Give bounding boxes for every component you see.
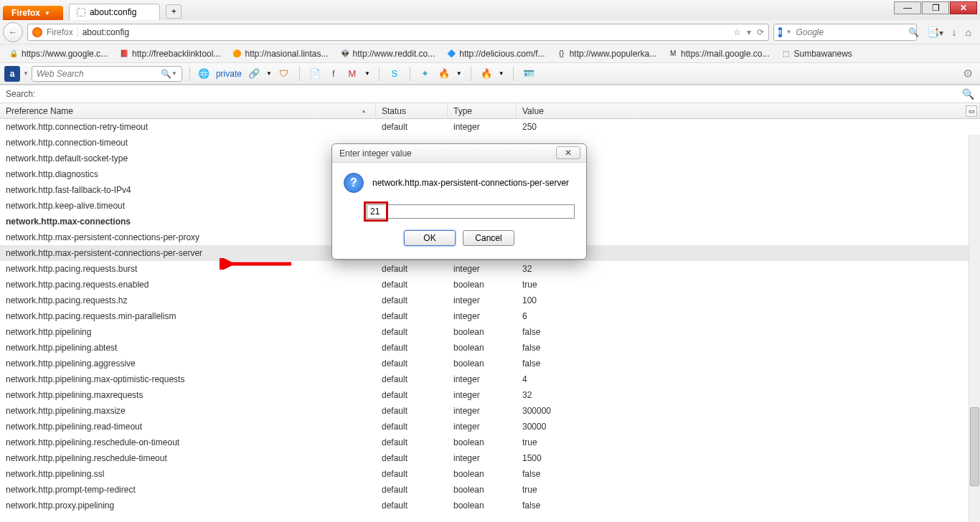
pref-row[interactable]: network.http.pipelining.ssldefaultboolea… — [0, 466, 980, 482]
back-button[interactable]: ← — [3, 22, 23, 42]
pref-row[interactable]: network.http.pipelining.max-optimistic-r… — [0, 371, 980, 387]
ask-icon: a — [10, 69, 15, 79]
pref-row[interactable]: network.http.prompt-temp-redirectdefault… — [0, 482, 980, 498]
chevron-down-icon[interactable]: ▼ — [456, 70, 462, 77]
flame-icon[interactable]: 🔥 — [438, 67, 451, 80]
bookmark-item[interactable]: ⬚Sumbawanews — [776, 47, 856, 61]
pref-status: default — [376, 500, 448, 511]
pref-row[interactable]: network.http.connection-retry-timeoutdef… — [0, 119, 980, 135]
pref-row[interactable]: network.http.proxy.pipeliningdefaultbool… — [0, 498, 980, 513]
bookmarks-menu-button[interactable]: 📑▾ — [927, 27, 943, 38]
url-bar[interactable]: Firefox about:config ☆ ▾ ⟳ — [27, 24, 769, 41]
close-window-button[interactable]: ✕ — [950, 1, 977, 14]
pref-row[interactable]: network.http.pipelining.maxsizedefaultin… — [0, 403, 980, 419]
search-engine-icon[interactable]: 8 — [778, 27, 782, 37]
pref-search-input[interactable] — [39, 87, 958, 100]
bookmark-item[interactable]: 👽http://www.reddit.co... — [336, 47, 440, 61]
bookmark-item[interactable]: 🔒https://www.google.c... — [4, 47, 112, 61]
pref-type: boolean — [448, 359, 517, 369]
search-engine-dropdown-icon[interactable]: ▼ — [786, 29, 792, 35]
search-box[interactable]: 8 ▼ 🔍 — [773, 24, 917, 41]
downloads-button[interactable]: ↓ — [952, 27, 957, 38]
chevron-down-icon[interactable]: ▼ — [266, 70, 272, 77]
pref-type: boolean — [448, 500, 517, 511]
web-search-input[interactable] — [37, 69, 161, 79]
pref-row[interactable]: network.http.pipeliningdefaultbooleanfal… — [0, 324, 980, 340]
close-icon: ✕ — [960, 3, 967, 13]
pref-name: network.http.pacing.requests.burst — [0, 264, 376, 274]
favicon-icon: 🟠 — [232, 49, 242, 59]
pref-row[interactable]: network.http.pipelining.reschedule-timeo… — [0, 450, 980, 466]
cancel-button[interactable]: Cancel — [463, 230, 514, 246]
chevron-down-icon[interactable]: ▼ — [23, 70, 29, 77]
gear-icon[interactable]: ⚙ — [963, 67, 973, 80]
chevron-down-icon[interactable]: ▼ — [171, 70, 177, 77]
sparkle-icon[interactable]: ✦ — [419, 67, 432, 80]
column-picker-button[interactable]: ▭ — [966, 105, 977, 117]
pref-row[interactable]: network.http.pipelining.maxrequestsdefau… — [0, 387, 980, 403]
new-tab-button[interactable]: + — [166, 4, 182, 19]
bookmark-item[interactable]: Mhttps://mail.google.co... — [664, 47, 773, 61]
favicon-icon: ⬚ — [781, 49, 791, 59]
shield-icon[interactable]: 🛡 — [278, 67, 291, 80]
col-header-type[interactable]: Type — [448, 103, 517, 118]
mail-icon[interactable]: M — [346, 67, 359, 80]
globe-icon[interactable]: 🌐 — [197, 67, 210, 80]
pref-row[interactable]: network.http.pacing.requests.enableddefa… — [0, 277, 980, 293]
skype-icon[interactable]: S — [388, 67, 401, 80]
pref-row[interactable]: network.http.pacing.requests.hzdefaultin… — [0, 293, 980, 308]
facebook-icon[interactable]: f — [327, 67, 340, 80]
pref-row[interactable]: network.http.pipelining.abtestdefaultboo… — [0, 340, 980, 356]
bookmark-item[interactable]: 🟠http://nasional.lintas... — [227, 47, 332, 61]
reload-icon[interactable]: ⟳ — [757, 27, 764, 37]
ask-button[interactable]: a — [4, 66, 20, 82]
bookmark-star-icon[interactable]: ☆ — [733, 27, 741, 37]
tab-about-config[interactable]: about:config — [69, 4, 160, 20]
page-icon[interactable]: 📄 — [308, 67, 321, 80]
card-icon[interactable]: 🪪 — [522, 67, 535, 80]
plus-icon: + — [171, 6, 176, 16]
minimize-button[interactable]: — — [894, 1, 921, 14]
firefox-menu-button[interactable]: Firefox ▼ — [3, 6, 63, 20]
nav-icons: 📑▾ ↓ ⌂ — [921, 27, 977, 38]
pref-name: network.http.pipelining.max-optimistic-r… — [0, 374, 376, 384]
pref-row[interactable]: network.http.pacing.requests.burstdefaul… — [0, 261, 980, 277]
bookmark-item[interactable]: {}http://www.populerka... — [552, 47, 661, 61]
pref-row[interactable]: network.http.pipelining.read-timeoutdefa… — [0, 419, 980, 435]
web-search-field[interactable]: 🔍 ▼ — [32, 66, 182, 82]
integer-input[interactable] — [367, 204, 385, 219]
vertical-scrollbar[interactable] — [969, 135, 980, 522]
chevron-down-icon[interactable]: ▼ — [499, 70, 504, 77]
ok-button[interactable]: OK — [404, 230, 456, 246]
favicon-icon: M — [668, 49, 678, 59]
pref-row[interactable]: network.http.pacing.requests.min-paralle… — [0, 308, 980, 324]
favicon-icon: 🔒 — [9, 49, 19, 59]
pref-name: network.http.fast-fallback-to-IPv4 — [0, 185, 376, 195]
home-button[interactable]: ⌂ — [966, 27, 971, 38]
col-header-status[interactable]: Status — [376, 103, 448, 118]
dialog-input-row — [344, 201, 575, 222]
bookmark-item[interactable]: 📕http://freebacklinktool... — [115, 47, 225, 61]
private-button[interactable]: private — [216, 69, 242, 79]
pref-status: default — [376, 453, 448, 463]
dialog-close-button[interactable]: ✕ — [556, 146, 580, 159]
search-input[interactable] — [796, 27, 904, 37]
col-header-name[interactable]: Preference Name ▴ — [0, 103, 376, 118]
bookmark-item[interactable]: 🔷http://delicious.com/f... — [442, 47, 549, 61]
col-header-value[interactable]: Value — [517, 103, 980, 118]
pref-name: network.http.pacing.requests.min-paralle… — [0, 311, 376, 321]
chevron-down-icon[interactable]: ▼ — [364, 70, 370, 77]
pref-name: network.http.pipelining.reschedule-on-ti… — [0, 437, 376, 447]
search-icon[interactable]: 🔍 — [908, 27, 919, 37]
history-dropdown-icon[interactable]: ▾ — [747, 27, 751, 37]
pref-status: default — [376, 390, 448, 400]
link-icon[interactable]: 🔗 — [248, 67, 260, 80]
pref-row[interactable]: network.http.pipelining.aggressivedefaul… — [0, 356, 980, 371]
search-icon[interactable]: 🔍 — [962, 88, 974, 100]
scrollbar-thumb[interactable] — [970, 407, 979, 486]
maximize-button[interactable]: ❐ — [922, 1, 949, 14]
integer-input-extent[interactable] — [388, 204, 575, 219]
pref-row[interactable]: network.http.pipelining.reschedule-on-ti… — [0, 435, 980, 450]
flame-icon[interactable]: 🔥 — [480, 67, 493, 80]
search-icon[interactable]: 🔍 — [161, 69, 171, 79]
